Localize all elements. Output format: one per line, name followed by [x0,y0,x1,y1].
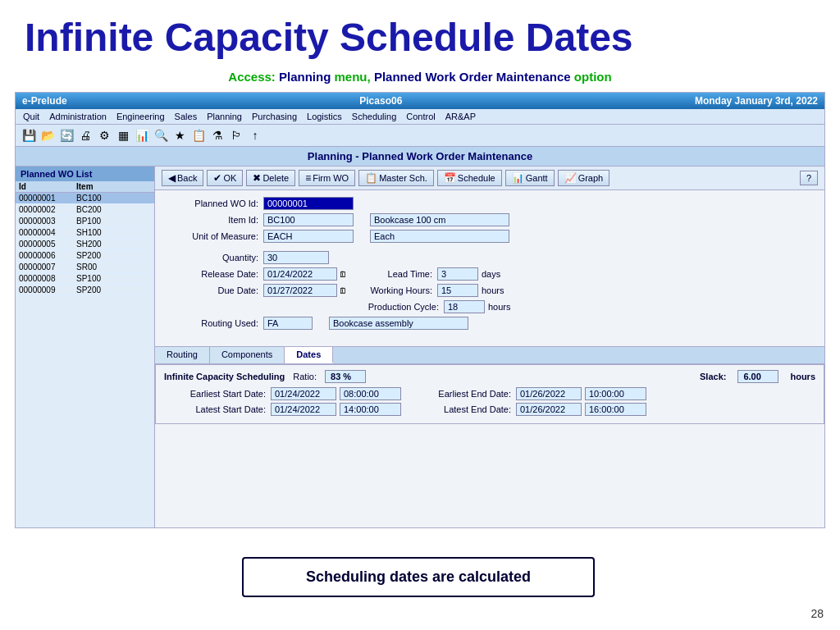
list-id-5: 00000005 [19,240,76,249]
tool-save-icon[interactable]: 💾 [21,127,37,144]
tool-star-icon[interactable]: ★ [171,127,188,144]
lead-time-unit: days [482,269,500,279]
list-item-5: SH200 [76,240,151,249]
uom-input[interactable] [263,230,354,243]
list-item[interactable]: 00000002 BC200 [16,204,154,216]
toolbar: 💾 📂 🔄 🖨 ⚙ ▦ 📊 🔍 ★ 📋 ⚗ 🏳 ↑ [16,125,824,147]
latest-end-time[interactable] [585,403,646,416]
menu-logistics[interactable]: Logistics [303,111,346,122]
list-item-6: SP200 [76,251,151,260]
list-item[interactable]: 00000001 BC100 [16,193,154,204]
graph-icon: 📈 [564,172,577,184]
gantt-button[interactable]: 📊 Gantt [505,170,555,186]
list-item[interactable]: 00000006 SP200 [16,250,154,262]
menu-purchasing[interactable]: Purchasing [248,111,301,122]
tool-open-icon[interactable]: 📂 [39,127,56,144]
qty-input[interactable] [263,251,329,264]
working-hours-input[interactable] [437,284,478,297]
app-name: e-Prelude [22,95,67,107]
action-bar: ◀ Back ✔ OK ✖ Delete ≡ Firm WO 📋 Mast [155,167,824,190]
back-button[interactable]: ◀ Back [162,170,203,186]
prod-cycle-unit: hours [488,302,511,312]
menu-engineering[interactable]: Engineering [112,111,169,122]
list-header: Id Item [16,181,154,193]
latest-start-time[interactable] [340,403,401,416]
app-window: e-Prelude Picaso06 Monday January 3rd, 2… [15,92,825,528]
col-item-header: Item [76,182,151,191]
qty-label: Quantity: [165,253,263,262]
list-item-3: BP100 [76,217,151,226]
form-row-wo-id: Planned WO Id: [165,197,815,210]
delete-button[interactable]: ✖ Delete [246,170,295,186]
lead-time-label: Lead Time: [347,269,437,279]
callout-box: Scheduling dates are calculated [242,557,595,597]
list-item-8: SP100 [76,274,151,283]
list-id-6: 00000006 [19,251,76,260]
menu-planning[interactable]: Planning [203,111,246,122]
uom-desc: Each [370,230,509,243]
list-item[interactable]: 00000008 SP100 [16,273,154,285]
ok-button[interactable]: ✔ OK [207,170,243,186]
tool-grid-icon[interactable]: ▦ [115,127,131,144]
graph-button[interactable]: 📈 Graph [558,170,610,186]
lead-time-input[interactable] [437,267,478,281]
sched-row-earliest-start: Earliest Start Date: Earliest End Date: [164,387,815,400]
item-id-input[interactable] [263,213,354,226]
menu-scheduling[interactable]: Scheduling [348,111,400,122]
latest-end-label: Latest End Date: [418,404,516,414]
earliest-end-date[interactable] [516,387,582,400]
schedule-button[interactable]: 📅 Schedule [437,170,502,186]
delete-icon: ✖ [253,172,261,184]
menu-quit[interactable]: Quit [19,111,43,122]
tool-config-icon[interactable]: ⚙ [96,127,112,144]
list-item[interactable]: 00000003 BP100 [16,216,154,227]
working-hours-label: Working Hours: [347,285,437,295]
list-item[interactable]: 00000009 SP200 [16,285,154,296]
earliest-start-date[interactable] [271,387,336,400]
tab-routing[interactable]: Routing [155,347,210,363]
menu-arap[interactable]: AR&AP [441,111,480,122]
tab-dates[interactable]: Dates [285,347,333,363]
tool-arrow-icon[interactable]: ↑ [247,127,263,144]
tool-flag-icon[interactable]: 🏳 [228,127,244,144]
due-date-input[interactable] [263,284,337,297]
earliest-end-time[interactable] [585,387,646,400]
page-title: Infinite Capacity Schedule Dates [0,0,840,66]
routing-input[interactable] [263,317,313,330]
prod-cycle-input[interactable] [444,300,485,313]
tool-print-icon[interactable]: 🖨 [77,127,94,144]
form-row-uom: Unit of Measure: Each [165,230,815,243]
list-item[interactable]: 00000004 SH100 [16,227,154,239]
due-cal-icon[interactable]: 🗓 [339,286,347,295]
latest-end-date[interactable] [516,403,582,416]
earliest-start-time[interactable] [340,387,401,400]
latest-start-date[interactable] [271,403,336,416]
release-cal-icon[interactable]: 🗓 [339,270,347,279]
prod-cycle-label: Production Cycle: [354,302,444,312]
working-hours-unit: hours [482,285,504,295]
access-text1: Planning [279,70,335,84]
list-item[interactable]: 00000005 SH200 [16,239,154,250]
menu-control[interactable]: Control [402,111,439,122]
menu-bar: Quit Administration Engineering Sales Pl… [16,109,824,125]
list-id-7: 00000007 [19,262,76,272]
access-text2: Planned Work Order Maintenance [374,70,574,84]
menu-administration[interactable]: Administration [45,111,111,122]
tool-refresh-icon[interactable]: 🔄 [58,127,75,144]
list-id-4: 00000004 [19,228,76,237]
help-button[interactable]: ? [800,171,818,185]
wo-id-input[interactable] [263,197,354,210]
firm-wo-button[interactable]: ≡ Firm WO [299,170,355,186]
tab-components[interactable]: Components [210,347,285,363]
list-item[interactable]: 00000007 SR00 [16,262,154,273]
tool-chart-icon[interactable]: 📊 [134,127,150,144]
master-sch-button[interactable]: 📋 Master Sch. [358,170,434,186]
release-date-input[interactable] [263,267,337,281]
left-panel-header: Planned WO List [16,167,154,181]
menu-sales[interactable]: Sales [171,111,202,122]
tool-copy-icon[interactable]: 📋 [190,127,207,144]
slack-unit: hours [790,372,815,381]
tool-search-icon[interactable]: 🔍 [153,127,169,144]
tool-filter-icon[interactable]: ⚗ [209,127,226,144]
list-id-1: 00000001 [19,194,76,203]
